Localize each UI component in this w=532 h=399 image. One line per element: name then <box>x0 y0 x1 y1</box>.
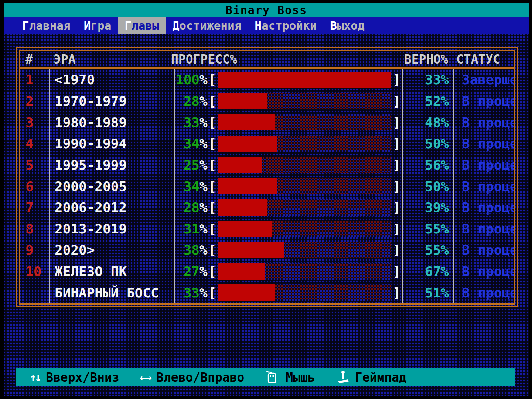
bracket-close: ] <box>392 115 402 130</box>
row-number: 7 <box>20 200 49 215</box>
header-status: СТАТУС <box>450 52 514 66</box>
progress-bar-fill <box>218 284 275 301</box>
table-row[interactable]: 9 2020> 38%[ ] 55% В проце <box>20 239 514 261</box>
era-label: 1990-1994 <box>49 133 174 154</box>
chapters-table: # ЭРА ПРОГРЕСС% ВЕРНО% СТАТУС 1 <1970 10… <box>16 47 518 307</box>
row-number: 3 <box>20 115 49 130</box>
hint-gamepad: Геймпад <box>336 370 406 385</box>
progress-bar <box>218 72 391 88</box>
bracket-open: [ <box>208 200 217 215</box>
bracket-close: ] <box>392 200 402 215</box>
bracket-close: ] <box>392 264 402 279</box>
menu-item-label: остижения <box>179 19 241 32</box>
progress-percent: 34 <box>175 179 200 194</box>
table-row[interactable]: 6 2000-2005 34%[ ] 50% В проце <box>20 175 514 197</box>
status-label: В проце <box>453 218 514 239</box>
correct-cell: 48% <box>402 112 453 133</box>
correct-cell: 33% <box>402 69 453 91</box>
table-row[interactable]: БИНАРНЫЙ БОСС 33%[ ] 51% В проце <box>20 282 514 303</box>
progress-cell: 27%[ ] <box>174 261 402 282</box>
table-body: 1 <1970 100%[ ] 33% Заверше 2 1970-1979 … <box>20 69 514 303</box>
correct-percent: 39 <box>425 200 441 215</box>
arrows-up-down-icon: ↑↓ <box>30 371 40 384</box>
correct-percent: 56 <box>425 157 441 173</box>
correct-percent: 51 <box>425 285 441 300</box>
menu-item-label: ыход <box>337 19 365 32</box>
mouse-icon <box>265 370 280 385</box>
era-label: 2006-2012 <box>49 197 174 218</box>
table-row[interactable]: 7 2006-2012 28%[ ] 39% В проце <box>20 197 514 218</box>
progress-bar <box>218 136 391 152</box>
correct-cell: 51% <box>402 282 453 303</box>
menu-item-hotkey: Г <box>22 19 29 32</box>
progress-percent: 100 <box>175 72 200 87</box>
progress-percent: 25 <box>175 157 200 173</box>
progress-cell: 28%[ ] <box>174 197 402 218</box>
correct-percent: 48 <box>425 115 441 130</box>
status-label: В проце <box>453 154 514 176</box>
menu-item-hotkey: В <box>330 19 337 32</box>
bracket-open: [ <box>208 136 217 151</box>
menu-item-hotkey: Г <box>125 19 132 32</box>
table-row[interactable]: 3 1980-1989 33%[ ] 48% В проце <box>20 112 514 133</box>
bracket-open: [ <box>208 157 217 173</box>
progress-bar-fill <box>218 242 284 258</box>
bracket-close: ] <box>392 285 402 300</box>
correct-percent: 50 <box>425 179 441 194</box>
era-label: 1980-1989 <box>49 112 174 133</box>
bracket-open: [ <box>208 242 217 258</box>
era-label: 2000-2005 <box>49 175 174 197</box>
progress-bar-fill <box>218 200 266 216</box>
table-row[interactable]: 4 1990-1994 34%[ ] 50% В проце <box>20 133 514 154</box>
bracket-close: ] <box>392 136 402 151</box>
correct-percent: 50 <box>425 136 441 151</box>
menu-item-5[interactable]: Выход <box>323 17 371 34</box>
menu-item-1[interactable]: Игра <box>77 17 118 34</box>
progress-cell: 34%[ ] <box>174 133 402 154</box>
status-label: Заверше <box>453 69 514 91</box>
bracket-close: ] <box>392 221 402 236</box>
menu-item-hotkey: Д <box>173 19 180 32</box>
screen-background: Binary Boss Главная Игра Главы Достижени… <box>4 3 529 396</box>
menu-item-0[interactable]: Главная <box>16 17 77 34</box>
progress-cell: 100%[ ] <box>174 69 402 91</box>
menu-item-3[interactable]: Достижения <box>166 17 248 34</box>
status-label: В проце <box>453 261 514 282</box>
header-num: # <box>20 52 49 66</box>
correct-cell: 56% <box>402 154 453 176</box>
era-label: <1970 <box>49 69 174 91</box>
screen: Binary Boss Главная Игра Главы Достижени… <box>0 0 532 399</box>
bracket-close: ] <box>392 157 402 173</box>
progress-bar <box>218 157 391 173</box>
menu-item-hotkey: Н <box>255 19 262 32</box>
table-row[interactable]: 5 1995-1999 25%[ ] 56% В проце <box>20 154 514 176</box>
progress-percent: 33 <box>175 115 200 130</box>
menu-item-label: астройки <box>262 19 317 32</box>
menu-item-label: лавы <box>132 19 159 32</box>
correct-cell: 55% <box>402 239 453 261</box>
bracket-open: [ <box>208 285 217 300</box>
progress-bar-fill <box>218 221 272 237</box>
menu-item-2[interactable]: Главы <box>118 17 166 34</box>
bracket-open: [ <box>208 93 217 109</box>
table-row[interactable]: 10 ЖЕЛЕЗО ПК 27%[ ] 67% В проце <box>20 261 514 282</box>
progress-bar <box>218 200 391 216</box>
hint-up-down: ↑↓ Вверх/Вниз <box>30 370 119 385</box>
table-row[interactable]: 2 1970-1979 28%[ ] 52% В проце <box>20 91 514 112</box>
table-row[interactable]: 8 2013-2019 31%[ ] 55% В проце <box>20 218 514 239</box>
menu-item-4[interactable]: Настройки <box>248 17 323 34</box>
progress-bar <box>218 284 391 301</box>
correct-cell: 50% <box>402 175 453 197</box>
progress-percent: 31 <box>175 221 200 236</box>
progress-percent: 38 <box>175 242 200 258</box>
menu-item-label: гра <box>91 19 111 32</box>
era-label: 1995-1999 <box>49 154 174 176</box>
correct-cell: 55% <box>402 218 453 239</box>
correct-percent: 55 <box>425 242 441 258</box>
table-row[interactable]: 1 <1970 100%[ ] 33% Заверше <box>20 69 514 91</box>
hint-label: Геймпад <box>355 370 406 385</box>
row-number: 2 <box>20 93 49 109</box>
bracket-open: [ <box>208 72 217 87</box>
header-era: ЭРА <box>49 52 174 66</box>
progress-bar <box>218 221 391 237</box>
